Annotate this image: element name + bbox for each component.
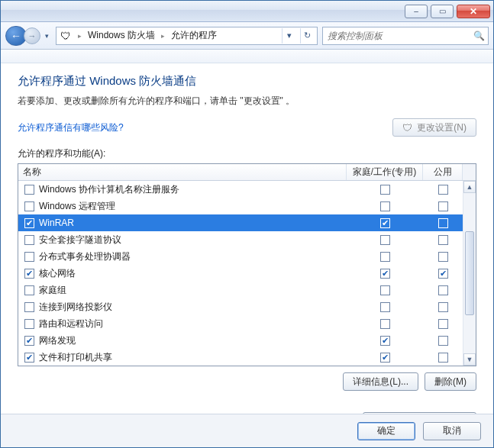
column-header-home-work[interactable]: 家庭/工作(专用) bbox=[347, 164, 423, 180]
column-header-public[interactable]: 公用 bbox=[423, 164, 463, 180]
table-row[interactable]: 连接到网络投影仪 bbox=[18, 298, 463, 315]
table-row[interactable]: WinRAR bbox=[18, 214, 463, 231]
table-row[interactable]: 分布式事务处理协调器 bbox=[18, 248, 463, 265]
navbar: ← → ▾ 🛡 ▸ Windows 防火墙 ▸ 允许的程序 ▾ ↻ 🔍 bbox=[1, 22, 493, 50]
program-name: 安全套接字隧道协议 bbox=[39, 234, 121, 247]
page-title: 允许程序通过 Windows 防火墙通信 bbox=[18, 74, 476, 89]
enable-checkbox[interactable] bbox=[24, 336, 34, 346]
enable-checkbox[interactable] bbox=[24, 201, 34, 211]
table-row[interactable]: Windows 远程管理 bbox=[18, 198, 463, 214]
ok-button[interactable]: 确定 bbox=[357, 422, 415, 440]
address-dropdown[interactable]: ▾ bbox=[282, 28, 295, 44]
program-name: 网络发现 bbox=[39, 334, 76, 347]
breadcrumb-item-firewall[interactable]: Windows 防火墙 bbox=[88, 29, 155, 42]
public-checkbox[interactable] bbox=[438, 285, 448, 295]
nav-buttons: ← → ▾ bbox=[5, 26, 51, 46]
public-checkbox[interactable] bbox=[438, 269, 448, 279]
home-work-checkbox[interactable] bbox=[380, 218, 390, 228]
program-name: Windows 协作计算机名称注册服务 bbox=[39, 183, 179, 196]
home-work-checkbox[interactable] bbox=[380, 353, 390, 363]
enable-checkbox[interactable] bbox=[24, 319, 34, 329]
breadcrumb-sep-icon: ▸ bbox=[78, 32, 82, 40]
address-bar[interactable]: 🛡 ▸ Windows 防火墙 ▸ 允许的程序 ▾ ↻ bbox=[56, 27, 318, 45]
search-input[interactable] bbox=[326, 30, 470, 42]
scroll-thumb[interactable] bbox=[465, 231, 474, 315]
nav-history-dropdown[interactable]: ▾ bbox=[42, 27, 51, 44]
table-row[interactable]: Windows 协作计算机名称注册服务 bbox=[18, 181, 463, 198]
arrow-right-icon: → bbox=[28, 31, 37, 40]
cancel-button[interactable]: 取消 bbox=[423, 422, 481, 440]
program-name: 连接到网络投影仪 bbox=[39, 301, 112, 314]
home-work-checkbox[interactable] bbox=[380, 185, 390, 195]
scroll-up-button[interactable]: ▲ bbox=[463, 181, 476, 193]
minimize-button[interactable]: – bbox=[405, 5, 428, 18]
public-checkbox[interactable] bbox=[438, 218, 448, 228]
page-subtitle: 若要添加、更改或删除所有允许的程序和端口，请单击 "更改设置" 。 bbox=[18, 95, 476, 108]
vertical-scrollbar[interactable]: ▲ ▼ bbox=[463, 181, 476, 366]
public-checkbox[interactable] bbox=[438, 336, 448, 346]
close-button[interactable]: ✕ bbox=[457, 5, 490, 18]
content-area: 允许程序通过 Windows 防火墙通信 若要添加、更改或删除所有允许的程序和端… bbox=[1, 63, 493, 414]
enable-checkbox[interactable] bbox=[24, 185, 34, 195]
minimize-icon: – bbox=[414, 7, 418, 15]
dialog-footer: 确定 取消 bbox=[1, 414, 493, 447]
public-checkbox[interactable] bbox=[438, 185, 448, 195]
risks-link[interactable]: 允许程序通信有哪些风险? bbox=[18, 121, 124, 134]
details-button[interactable]: 详细信息(L)... bbox=[343, 372, 418, 391]
table-row[interactable]: 核心网络 bbox=[18, 265, 463, 282]
program-name: 路由和远程访问 bbox=[39, 317, 103, 330]
breadcrumb-item-allowed[interactable]: 允许的程序 bbox=[171, 29, 217, 42]
program-name: 文件和打印机共享 bbox=[39, 351, 112, 364]
list-caption: 允许的程序和功能(A): bbox=[18, 147, 476, 160]
home-work-checkbox[interactable] bbox=[380, 336, 390, 346]
home-work-checkbox[interactable] bbox=[380, 302, 390, 312]
forward-button[interactable]: → bbox=[24, 27, 40, 44]
public-checkbox[interactable] bbox=[438, 201, 448, 211]
enable-checkbox[interactable] bbox=[24, 302, 34, 312]
remove-button[interactable]: 删除(M) bbox=[425, 372, 476, 391]
chevron-down-icon: ▾ bbox=[45, 32, 49, 40]
change-settings-button[interactable]: 🛡 更改设置(N) bbox=[392, 118, 476, 137]
public-checkbox[interactable] bbox=[438, 319, 448, 329]
home-work-checkbox[interactable] bbox=[380, 235, 390, 245]
search-icon: 🔍 bbox=[473, 31, 485, 41]
enable-checkbox[interactable] bbox=[24, 285, 34, 295]
column-header-name[interactable]: 名称 bbox=[18, 164, 347, 180]
program-name: 家庭组 bbox=[39, 284, 66, 297]
scroll-track[interactable] bbox=[463, 193, 476, 353]
refresh-button[interactable]: ↻ bbox=[300, 28, 314, 44]
table-row[interactable]: 网络发现 bbox=[18, 332, 463, 349]
program-name: WinRAR bbox=[39, 218, 74, 228]
home-work-checkbox[interactable] bbox=[380, 285, 390, 295]
enable-checkbox[interactable] bbox=[24, 218, 34, 228]
public-checkbox[interactable] bbox=[438, 353, 448, 363]
enable-checkbox[interactable] bbox=[24, 252, 34, 262]
search-box[interactable]: 🔍 bbox=[322, 27, 489, 45]
shield-icon: 🛡 bbox=[60, 30, 72, 42]
enable-checkbox[interactable] bbox=[24, 353, 34, 363]
window-frame: – ▭ ✕ ← → ▾ 🛡 ▸ Windows 防火墙 ▸ 允许的程序 ▾ ↻ … bbox=[0, 0, 494, 448]
enable-checkbox[interactable] bbox=[24, 235, 34, 245]
table-row[interactable]: 家庭组 bbox=[18, 282, 463, 298]
public-checkbox[interactable] bbox=[438, 302, 448, 312]
program-name: 分布式事务处理协调器 bbox=[39, 250, 131, 263]
enable-checkbox[interactable] bbox=[24, 269, 34, 279]
home-work-checkbox[interactable] bbox=[380, 319, 390, 329]
allowed-programs-list: 名称 家庭/工作(专用) 公用 Windows 协作计算机名称注册服务Windo… bbox=[18, 163, 476, 366]
table-row[interactable]: 路由和远程访问 bbox=[18, 315, 463, 332]
arrow-left-icon: ← bbox=[11, 30, 21, 42]
public-checkbox[interactable] bbox=[438, 235, 448, 245]
public-checkbox[interactable] bbox=[438, 252, 448, 262]
home-work-checkbox[interactable] bbox=[380, 252, 390, 262]
home-work-checkbox[interactable] bbox=[380, 269, 390, 279]
maximize-icon: ▭ bbox=[439, 7, 446, 15]
table-row[interactable]: 文件和打印机共享 bbox=[18, 349, 463, 366]
table-row[interactable]: 安全套接字隧道协议 bbox=[18, 231, 463, 248]
list-rows: Windows 协作计算机名称注册服务Windows 远程管理WinRAR安全套… bbox=[18, 181, 463, 366]
home-work-checkbox[interactable] bbox=[380, 201, 390, 211]
list-header: 名称 家庭/工作(专用) 公用 bbox=[18, 164, 476, 181]
program-name: Windows 远程管理 bbox=[39, 200, 115, 213]
scroll-down-button[interactable]: ▼ bbox=[463, 353, 476, 366]
maximize-button[interactable]: ▭ bbox=[431, 5, 454, 18]
column-header-scroll-gap bbox=[463, 164, 476, 180]
